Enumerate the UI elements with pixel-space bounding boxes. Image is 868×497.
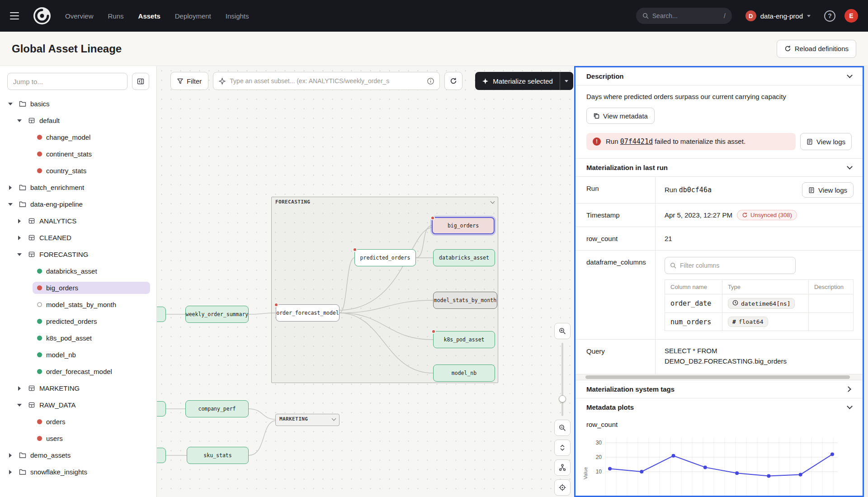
asset-node-weekly_order_summary[interactable]: weekly_order_summary xyxy=(185,306,249,323)
zoom-slider-track[interactable] xyxy=(561,343,563,416)
lineage-graph-viewport[interactable]: FORECASTINGMARKETINGweekly_order_summary… xyxy=(157,66,574,497)
columns-table-header-column-name: Column name xyxy=(665,280,722,294)
tree-caret-icon[interactable] xyxy=(15,119,24,122)
zoom-in-button[interactable] xyxy=(554,323,571,339)
materialize-selected-button[interactable]: Materialize selected xyxy=(475,72,573,90)
nav-item-assets[interactable]: Assets xyxy=(138,12,160,20)
asset-node-predicted_orders[interactable]: predicted_orders xyxy=(354,249,416,266)
tree-item-RAW_DATA[interactable]: RAW_DATA xyxy=(0,397,156,413)
tree-caret-icon[interactable] xyxy=(15,404,24,407)
info-icon[interactable] xyxy=(427,78,434,85)
tree-item-data-eng-pipeline[interactable]: data-eng-pipeline xyxy=(0,196,156,213)
tree-item-model_stats_by_month[interactable]: model_stats_by_month xyxy=(0,296,156,313)
menu-icon[interactable] xyxy=(10,8,25,24)
dagster-logo[interactable] xyxy=(33,6,52,25)
tree-caret-icon[interactable] xyxy=(15,219,24,223)
tree-caret-icon[interactable] xyxy=(15,253,24,256)
asset-group-MARKETING[interactable]: MARKETING xyxy=(275,414,340,426)
tree-item-change_model[interactable]: change_model xyxy=(0,129,156,146)
refresh-graph-button[interactable] xyxy=(444,72,462,90)
collapse-groups-button[interactable] xyxy=(554,440,571,456)
asset-node-order_forecast_model[interactable]: order_forecast_model xyxy=(276,304,340,322)
horizontal-scrollbar[interactable] xyxy=(576,374,863,380)
tree-item-default[interactable]: default xyxy=(0,112,156,129)
tree-item-continent_stats[interactable]: continent_stats xyxy=(0,146,156,162)
tree-item-k8s_pod_asset[interactable]: k8s_pod_asset xyxy=(0,330,156,346)
asset-subset-input[interactable] xyxy=(213,72,440,90)
search-input[interactable] xyxy=(652,12,707,19)
tree-item-demo_assets[interactable]: demo_assets xyxy=(0,447,156,464)
zoom-slider[interactable] xyxy=(554,343,571,416)
system-tags-section-header[interactable]: Materialization system tags xyxy=(576,380,863,398)
tree-caret-icon[interactable] xyxy=(6,103,14,105)
help-icon[interactable]: ? xyxy=(824,10,835,22)
tree-item-big_orders[interactable]: big_orders xyxy=(0,279,156,296)
asset-subset-text-input[interactable] xyxy=(230,77,423,85)
asset-node-stub-0[interactable] xyxy=(157,307,166,322)
tree-caret-icon[interactable] xyxy=(6,453,14,458)
nav-item-deployment[interactable]: Deployment xyxy=(175,12,211,20)
asset-node-stub-2[interactable] xyxy=(157,448,166,463)
tree-item-users[interactable]: users xyxy=(0,430,156,447)
deployment-switcher[interactable]: D data-eng-prod xyxy=(741,8,815,24)
tree-caret-icon[interactable] xyxy=(15,236,24,240)
jump-to-input[interactable] xyxy=(7,73,127,90)
view-run-logs-button[interactable]: View logs xyxy=(802,182,854,198)
materialize-options-button[interactable] xyxy=(560,72,573,90)
materialization-section-header[interactable]: Materialization in last run xyxy=(576,158,863,176)
view-metadata-button[interactable]: View metadata xyxy=(586,108,655,124)
filter-button[interactable]: Filter xyxy=(170,72,208,90)
tree-item-basics[interactable]: basics xyxy=(0,95,156,112)
filter-columns-input[interactable] xyxy=(665,257,796,274)
tree-item-orders[interactable]: orders xyxy=(0,413,156,430)
run-id-link[interactable]: db0cf46a xyxy=(679,186,712,194)
tree-item-order_forecast_model[interactable]: order_forecast_model xyxy=(0,363,156,380)
error-icon: ! xyxy=(593,137,601,146)
tree-item-databricks_asset[interactable]: databricks_asset xyxy=(0,263,156,279)
nav-item-insights[interactable]: Insights xyxy=(226,12,249,20)
tree-caret-icon[interactable] xyxy=(6,203,14,206)
asset-node-model_stats_by_month[interactable]: model_stats_by_month xyxy=(433,292,497,309)
scrollbar-thumb[interactable] xyxy=(585,375,850,379)
user-avatar[interactable]: E xyxy=(844,9,858,23)
tree-item-label: data-eng-pipeline xyxy=(30,200,83,208)
group-collapse-icon[interactable] xyxy=(491,199,495,204)
tree-caret-icon[interactable] xyxy=(6,185,14,190)
tree-caret-icon[interactable] xyxy=(15,386,24,391)
tree-item-country_stats[interactable]: country_stats xyxy=(0,162,156,179)
nav-item-overview[interactable]: Overview xyxy=(65,12,94,20)
asset-node-k8s_pod_asset[interactable]: k8s_pod_asset xyxy=(433,331,495,348)
tree-item-MARKETING[interactable]: MARKETING xyxy=(0,380,156,397)
tree-item-ANALYTICS[interactable]: ANALYTICS xyxy=(0,213,156,229)
asset-node-model_nb[interactable]: model_nb xyxy=(433,364,495,382)
tree-item-model_nb[interactable]: model_nb xyxy=(0,346,156,363)
tree-item-snowflake_insights[interactable]: snowflake_insights xyxy=(0,464,156,480)
tree-item-predicted_orders[interactable]: predicted_orders xyxy=(0,313,156,330)
asset-node-stub-1[interactable] xyxy=(157,401,166,417)
failed-run-link[interactable]: 07f4421d xyxy=(620,137,653,146)
nav-item-runs[interactable]: Runs xyxy=(108,12,124,20)
metadata-plots-section-header[interactable]: Metadata plots xyxy=(576,398,863,416)
global-search[interactable]: / xyxy=(636,8,732,24)
tree-item-batch_enrichment[interactable]: batch_enrichment xyxy=(0,179,156,196)
asset-node-databricks_asset[interactable]: databricks_asset xyxy=(433,249,495,266)
tree-item-CLEANED[interactable]: CLEANED xyxy=(0,229,156,246)
graph-layout-button[interactable] xyxy=(554,459,571,476)
view-logs-button[interactable]: View logs xyxy=(800,133,852,150)
asset-node-sku_stats[interactable]: sku_stats xyxy=(187,447,249,464)
zoom-slider-handle[interactable] xyxy=(559,395,566,402)
column-description xyxy=(808,294,853,313)
asset-node-company_perf[interactable]: company_perf xyxy=(185,400,249,417)
recenter-button[interactable] xyxy=(554,479,571,496)
filter-columns-text-input[interactable] xyxy=(680,262,790,269)
asset-node-big_orders[interactable]: big_orders xyxy=(432,217,495,234)
tree-item-FORECASTING[interactable]: FORECASTING xyxy=(0,246,156,263)
tree-caret-icon[interactable] xyxy=(6,470,14,474)
zoom-out-button[interactable] xyxy=(554,420,571,436)
group-collapse-icon[interactable] xyxy=(332,416,336,421)
reload-definitions-button[interactable]: Reload definitions xyxy=(777,40,856,58)
collapse-sidebar-button[interactable] xyxy=(132,73,149,90)
page-header: Global Asset Lineage Reload definitions xyxy=(0,32,868,66)
description-section-header[interactable]: Description xyxy=(576,67,863,85)
materialize-main[interactable]: Materialize selected xyxy=(475,72,560,90)
